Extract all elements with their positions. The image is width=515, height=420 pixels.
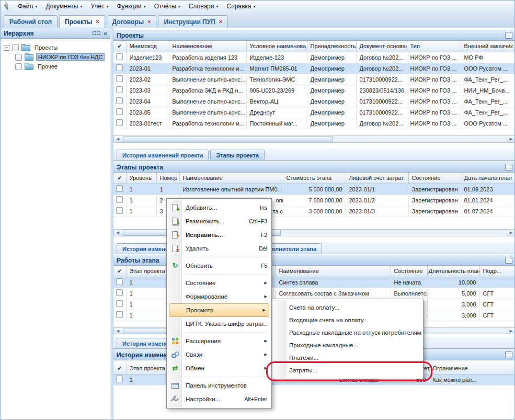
menu-item-view[interactable]: Просмотр▶ bbox=[169, 303, 269, 317]
row-checkbox[interactable] bbox=[116, 64, 123, 71]
menubar-item-documents[interactable]: Документы▾ bbox=[42, 2, 87, 11]
column-header[interactable]: Наименование bbox=[276, 266, 391, 277]
table-row[interactable]: 2023-05Выполнение опытно-конс...Дредноут… bbox=[113, 107, 515, 118]
menu-item-duplicate[interactable]: Размножить...Ctrl+F3 bbox=[168, 214, 270, 228]
scroll-right-button[interactable]: ▶ bbox=[507, 230, 515, 236]
submenu-item-incoming-invoices[interactable]: Входящие счета на оплату... bbox=[273, 314, 422, 326]
horizontal-scrollbar[interactable]: ◀ ▶ bbox=[113, 135, 515, 143]
tab-instructions[interactable]: Инструкции ПУП× bbox=[158, 15, 228, 28]
menu-item-formation[interactable]: Формирование▶ bbox=[168, 290, 270, 303]
tab-desktop[interactable]: Рабочий стол bbox=[4, 15, 58, 28]
row-checkbox[interactable] bbox=[116, 53, 123, 60]
table-row[interactable]: Изделие123Разработка изделия 123Изделие-… bbox=[113, 52, 515, 63]
panel-menu-icon[interactable] bbox=[505, 257, 512, 264]
row-checkbox[interactable] bbox=[116, 289, 123, 296]
row-checkbox[interactable] bbox=[116, 278, 123, 285]
tree-expand-icon[interactable]: − bbox=[4, 45, 9, 51]
submenu-item-costs[interactable]: Затраты... bbox=[273, 364, 422, 377]
column-header[interactable]: Наименование bbox=[179, 173, 283, 184]
column-header[interactable]: Дата начала план bbox=[461, 173, 515, 184]
column-header[interactable]: Лицевой счёт затрат. bbox=[346, 173, 408, 184]
menu-item-edit[interactable]: Исправить...F2 bbox=[168, 228, 270, 242]
menu-item-settings[interactable]: Настройки...Alt+Enter bbox=[168, 392, 270, 406]
submenu-item-expense-notes[interactable]: Расходные накладные на отпуск потребител… bbox=[273, 326, 422, 339]
tab-project-stages[interactable]: Этапы проекта bbox=[210, 150, 265, 160]
column-header[interactable]: Подр... bbox=[479, 266, 515, 277]
scroll-left-button[interactable]: ◀ bbox=[114, 328, 122, 334]
menu-item-extensions[interactable]: Расширения▶ bbox=[168, 334, 270, 348]
scroll-right-button[interactable]: ▶ bbox=[507, 136, 515, 142]
panel-menu-icon[interactable] bbox=[505, 351, 512, 358]
column-header-sorted[interactable]: Длительность план▼ bbox=[427, 266, 479, 277]
panel-menu-icon[interactable] bbox=[505, 32, 512, 39]
row-checkbox[interactable] bbox=[116, 97, 123, 104]
table-row-selected[interactable]: 11Изготовление опытной партии ПМ0...5 00… bbox=[113, 184, 515, 195]
table-row[interactable]: 2023-02Выполнение опытно-конс...Технолог… bbox=[113, 74, 515, 85]
menubar-item-functions[interactable]: Функции▾ bbox=[112, 2, 150, 11]
submenu-item-invoices[interactable]: Счета на оплату... bbox=[273, 301, 422, 314]
select-all-header[interactable]: ✔ bbox=[113, 363, 126, 374]
table-row[interactable]: 2023-03Разработка ЭКД и РКД н...905-U020… bbox=[113, 85, 515, 96]
menu-item-state[interactable]: Состояние▶ bbox=[168, 276, 270, 290]
column-header[interactable]: Документ-основан bbox=[356, 41, 407, 52]
row-checkbox[interactable] bbox=[116, 300, 123, 307]
close-icon[interactable]: × bbox=[96, 19, 99, 25]
menu-item-delete[interactable]: УдалитьDel bbox=[168, 242, 270, 255]
select-all-header[interactable]: ✔ bbox=[113, 173, 126, 184]
table-row[interactable]: 2023-04Выполнение опытно-конс...Вектор-А… bbox=[113, 96, 515, 107]
scroll-left-button[interactable]: ◀ bbox=[114, 230, 122, 236]
scroll-right-button[interactable]: ▶ bbox=[507, 328, 515, 334]
scroll-thumb[interactable] bbox=[123, 136, 333, 142]
search-icon[interactable] bbox=[93, 31, 100, 36]
tree-item-other[interactable]: Прочее bbox=[1, 62, 110, 71]
column-header[interactable]: Наименование bbox=[169, 41, 246, 52]
tab-contracts[interactable]: Договоры× bbox=[107, 15, 157, 28]
row-checkbox[interactable] bbox=[116, 207, 123, 214]
scroll-left-button[interactable]: ◀ bbox=[114, 136, 122, 142]
row-checkbox[interactable] bbox=[116, 119, 123, 126]
row-checkbox[interactable] bbox=[116, 75, 123, 82]
select-all-header[interactable]: ✔ bbox=[113, 41, 126, 52]
column-header[interactable]: Принадлежность bbox=[307, 41, 356, 52]
menubar-item-reports[interactable]: Отчёты▾ bbox=[150, 2, 185, 11]
tree-checkbox[interactable] bbox=[15, 63, 22, 70]
close-icon[interactable]: × bbox=[219, 19, 222, 25]
row-checkbox[interactable] bbox=[116, 108, 123, 115]
menu-item-refresh[interactable]: ↻ОбновитьF5 bbox=[168, 259, 270, 273]
column-header[interactable]: Номер bbox=[156, 173, 179, 184]
column-header[interactable]: Тип bbox=[407, 41, 461, 52]
tree-item-niokr[interactable]: НИОКР по ГОЗ без НДС bbox=[1, 52, 110, 62]
column-header[interactable]: Состояние bbox=[391, 266, 427, 277]
row-checkbox[interactable] bbox=[116, 86, 123, 93]
menubar-item-dictionaries[interactable]: Словари▾ bbox=[185, 2, 223, 11]
column-header[interactable]: Уровень bbox=[126, 173, 156, 184]
select-all-header[interactable]: ✔ bbox=[113, 266, 126, 277]
menu-item-exchange[interactable]: ⇄Обмен▶ bbox=[168, 361, 270, 375]
menu-item-add[interactable]: Добавить...Ins bbox=[168, 201, 270, 214]
row-checkbox[interactable] bbox=[116, 376, 123, 382]
menubar-item-help[interactable]: Справка▾ bbox=[222, 2, 259, 11]
tab-projects[interactable]: Проекты× bbox=[59, 15, 105, 28]
menu-item-citk-cost-code[interactable]: ЦИТК. Указать шифр затрат... bbox=[168, 317, 270, 331]
column-header[interactable]: Мнемокод bbox=[126, 41, 169, 52]
tree-checkbox[interactable] bbox=[12, 44, 19, 51]
column-header[interactable]: Стоимость этапа bbox=[283, 173, 346, 184]
tree-checkbox[interactable] bbox=[15, 54, 22, 61]
tree-item-projects[interactable]: − Проекты bbox=[1, 43, 110, 52]
close-icon[interactable]: × bbox=[147, 19, 151, 25]
submenu-item-receipt-notes[interactable]: Приходные накладные... bbox=[273, 339, 422, 351]
column-header[interactable]: Внешний заказчик bbox=[461, 41, 515, 52]
column-header[interactable]: Условное наименова bbox=[246, 41, 307, 52]
submenu-item-payments[interactable]: Платежи... bbox=[273, 351, 422, 364]
panel-menu-icon[interactable] bbox=[505, 164, 512, 171]
column-header[interactable]: Ограничение bbox=[429, 363, 515, 374]
collapse-panel-icon[interactable]: « bbox=[104, 30, 107, 37]
menu-item-links[interactable]: Связи▶ bbox=[168, 348, 270, 361]
menu-item-toolbar-panel[interactable]: Панель инструментов bbox=[168, 379, 270, 392]
column-header[interactable]: Состояние bbox=[408, 173, 461, 184]
row-checkbox[interactable] bbox=[116, 196, 123, 203]
row-checkbox[interactable] bbox=[116, 185, 123, 192]
table-row[interactable]: 2023-01тестРазработка технологии и...Пос… bbox=[113, 118, 515, 129]
menubar-item-file[interactable]: Файл▾ bbox=[14, 2, 42, 11]
tab-project-history[interactable]: История изменений проекта bbox=[117, 150, 209, 160]
